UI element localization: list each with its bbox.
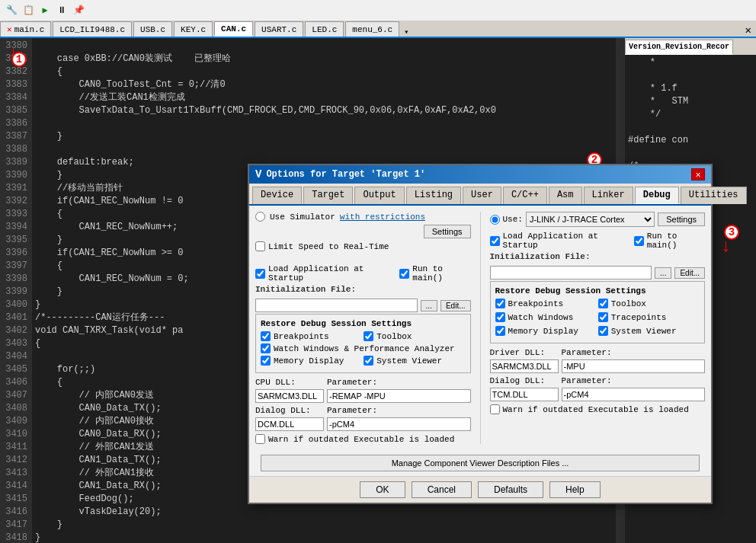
driver-dll-values <box>490 359 706 373</box>
init-file-label-left: Initialization File: <box>255 285 356 294</box>
dialog-tab-output[interactable]: Output <box>354 187 404 204</box>
dialog-dll-input-right[interactable] <box>490 388 559 401</box>
system-viewer-checkbox-left[interactable] <box>364 356 373 366</box>
tracepoints-checkbox[interactable] <box>598 312 608 322</box>
driver-dll-input[interactable] <box>490 359 559 373</box>
dialog-dll-values-right <box>490 388 706 401</box>
breakpoints-label-left: Breakpoints <box>274 332 329 341</box>
system-viewer-row-left: System Viewer <box>364 356 465 366</box>
dialog-dll-param-label-left: Parameter: <box>327 406 471 415</box>
load-app-label-right: Load Application at Startup <box>503 232 623 250</box>
driver-dll-param-input[interactable] <box>562 359 706 373</box>
restore-settings-box-left: Restore Debug Session Settings Breakpoin… <box>255 314 471 373</box>
init-file-input-left[interactable] <box>255 299 418 312</box>
dialog-tab-target[interactable]: Target <box>303 187 353 204</box>
cpu-dll-values <box>255 389 471 403</box>
breakpoints-row-left: Breakpoints <box>261 331 362 341</box>
cancel-button[interactable]: Cancel <box>412 481 472 498</box>
help-button[interactable]: Help <box>549 481 601 498</box>
warn-checkbox-right[interactable] <box>490 404 500 414</box>
dialog-tab-debug[interactable]: Debug <box>635 187 679 204</box>
memory-display-checkbox-right[interactable] <box>495 326 505 336</box>
dialog-tab-cpp[interactable]: C/C++ <box>503 187 547 204</box>
memory-display-checkbox-left[interactable] <box>261 356 271 366</box>
dialog-tab-asm[interactable]: Asm <box>549 187 582 204</box>
init-file-browse-left[interactable]: ... <box>421 300 437 311</box>
cpu-dll-param-input[interactable] <box>327 389 471 403</box>
run-to-main-checkbox-right[interactable] <box>634 236 644 246</box>
memory-display-row-right: Memory Display <box>495 326 597 336</box>
dialog-close-button[interactable]: ✕ <box>691 168 705 180</box>
load-app-label-left: Load Application at Startup <box>268 264 389 283</box>
toolbox-row-left: Toolbox <box>364 331 465 341</box>
breakpoints-checkbox-right[interactable] <box>495 299 505 308</box>
dialog-tab-listing[interactable]: Listing <box>406 187 461 204</box>
col-divider <box>480 212 481 444</box>
tracepoints-row: Tracepoints <box>598 312 700 322</box>
restore-title-right: Restore Debug Session Settings <box>495 286 700 295</box>
toolbox-label-left: Toolbox <box>376 332 412 341</box>
toolbox-checkbox-left[interactable] <box>364 331 373 341</box>
options-dialog: V Options for Target 'Target 1' ✕ Device… <box>248 164 713 504</box>
with-restrictions-link[interactable]: with restrictions <box>340 212 425 222</box>
driver-dll-row: Driver DLL: Parameter: <box>490 348 706 357</box>
use-simulator-radio[interactable] <box>255 212 265 222</box>
defaults-button[interactable]: Defaults <box>478 481 543 498</box>
ok-button[interactable]: OK <box>360 481 405 498</box>
limit-speed-row: Limit Speed to Real-Time <box>255 241 471 251</box>
dialog-dll-label-right: Dialog DLL: <box>490 376 559 385</box>
use-radio[interactable] <box>490 215 500 225</box>
dialog-tab-user[interactable]: User <box>463 187 501 204</box>
dialog-right-col: Use: J-LINK / J-TRACE Cortex Settings Lo… <box>490 212 706 444</box>
dialog-dll-param-input-right[interactable] <box>562 388 706 401</box>
dialog-titlebar[interactable]: V Options for Target 'Target 1' ✕ <box>249 165 711 184</box>
load-app-row-left: Load Application at Startup Run to main(… <box>255 264 471 283</box>
restore-title-left: Restore Debug Session Settings <box>261 319 466 328</box>
warn-checkbox-left[interactable] <box>255 434 265 444</box>
watch-windows-label-right: Watch Windows <box>508 313 574 322</box>
init-file-edit-right[interactable]: Edit... <box>674 267 705 279</box>
watch-windows-checkbox-right[interactable] <box>495 312 505 322</box>
limit-speed-label: Limit Speed to Real-Time <box>268 242 389 251</box>
dialog-title-text: Options for Target 'Target 1' <box>266 169 425 180</box>
use-select[interactable]: J-LINK / J-TRACE Cortex <box>526 212 655 227</box>
watch-windows-row-right: Watch Windows <box>495 312 597 322</box>
dialog-tab-utilities[interactable]: Utilities <box>681 187 747 204</box>
load-app-checkbox-left[interactable] <box>255 269 265 279</box>
dialog-overlay: V Options for Target 'Target 1' ✕ Device… <box>0 0 756 543</box>
simulator-settings-button[interactable]: Settings <box>424 225 471 238</box>
warn-label-left: Warn if outdated Executable is loaded <box>268 435 454 444</box>
dialog-tab-device[interactable]: Device <box>252 187 302 204</box>
init-file-input-row-left: ... Edit... <box>255 299 471 312</box>
manage-component-button[interactable]: Manage Component Viewer Description File… <box>261 455 700 471</box>
limit-speed-checkbox[interactable] <box>255 241 265 251</box>
use-simulator-label: Use Simulator <box>270 212 335 222</box>
init-file-row-right: Initialization File: <box>490 252 706 264</box>
load-app-row-right: Load Application at Startup Run to main(… <box>490 232 706 250</box>
cpu-dll-param-label: Parameter: <box>327 378 471 387</box>
system-viewer-checkbox-right[interactable] <box>598 326 608 336</box>
breakpoints-checkbox-left[interactable] <box>261 331 271 341</box>
dialog-left-col: Use Simulator with restrictions Settings… <box>255 212 471 444</box>
tracepoints-label: Tracepoints <box>611 313 667 322</box>
cpu-dll-input[interactable] <box>255 389 324 403</box>
dialog-tab-bar: Device Target Output Listing User C/C++ … <box>249 184 711 206</box>
init-file-browse-right[interactable]: ... <box>655 267 671 279</box>
init-file-input-right[interactable] <box>490 266 652 279</box>
dialog-dll-label-left: Dialog DLL: <box>255 406 324 415</box>
breakpoints-label-right: Breakpoints <box>508 299 564 308</box>
warn-label-right: Warn if outdated Executable is loaded <box>503 405 689 414</box>
run-to-main-checkbox-left[interactable] <box>399 269 409 279</box>
watch-windows-label-left: Watch Windows & Performance Analyzer <box>274 344 455 353</box>
simulator-row: Use Simulator with restrictions <box>255 212 471 222</box>
dialog-dll-param-input-left[interactable] <box>327 417 471 431</box>
load-app-checkbox-right[interactable] <box>490 236 500 246</box>
dialog-dll-row-left: Dialog DLL: Parameter: <box>255 406 471 415</box>
jlink-settings-button[interactable]: Settings <box>658 212 705 226</box>
watch-windows-checkbox-left[interactable] <box>261 343 271 353</box>
dialog-dll-input-left[interactable] <box>255 417 324 431</box>
watch-windows-row-left: Watch Windows & Performance Analyzer <box>261 343 466 353</box>
dialog-tab-linker[interactable]: Linker <box>584 187 633 204</box>
toolbox-checkbox-right[interactable] <box>598 299 608 308</box>
init-file-edit-left[interactable]: Edit... <box>440 300 471 311</box>
